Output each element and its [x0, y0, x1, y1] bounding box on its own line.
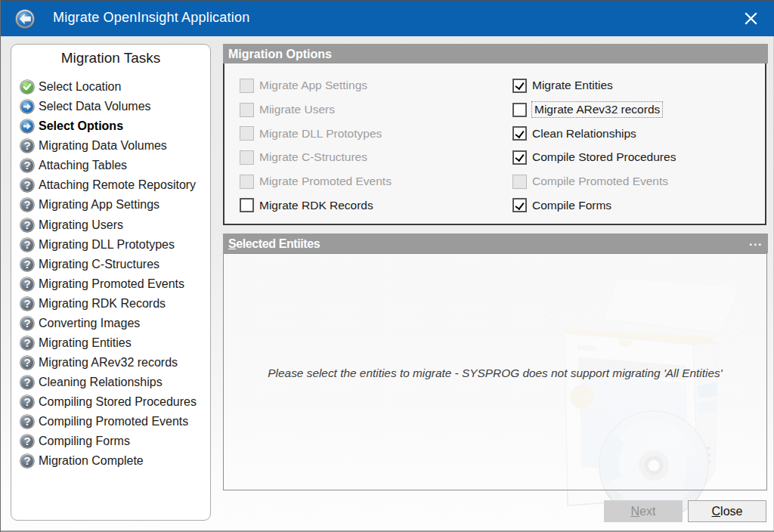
svg-text:?: ?: [23, 297, 30, 310]
svg-text:?: ?: [23, 356, 30, 369]
svg-text:?: ?: [23, 159, 30, 172]
svg-text:?: ?: [23, 435, 30, 447]
svg-text:?: ?: [23, 317, 30, 329]
svg-text:?: ?: [23, 277, 30, 290]
svg-text:?: ?: [23, 199, 30, 212]
svg-text:?: ?: [23, 415, 30, 428]
svg-text:?: ?: [23, 454, 30, 467]
svg-text:?: ?: [23, 139, 30, 152]
svg-text:?: ?: [23, 178, 30, 191]
svg-text:?: ?: [23, 238, 30, 251]
svg-text:?: ?: [23, 218, 30, 231]
svg-text:?: ?: [23, 395, 30, 408]
svg-text:?: ?: [23, 258, 30, 271]
svg-text:?: ?: [23, 336, 30, 349]
svg-text:?: ?: [23, 376, 30, 388]
